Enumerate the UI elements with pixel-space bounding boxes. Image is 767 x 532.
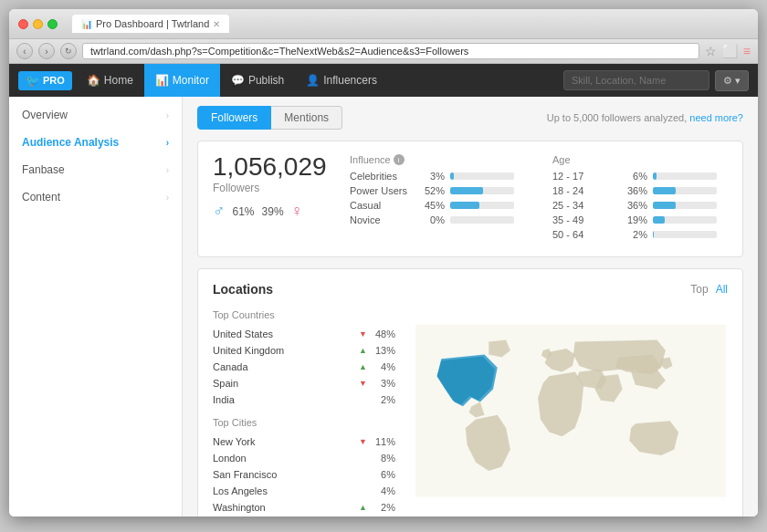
tab-title: Pro Dashboard | Twtrland: [96, 18, 209, 29]
age-col: Age 12 - 17 6% 18 - 24: [552, 154, 728, 244]
sidebar-item-fanbase[interactable]: Fanbase ›: [9, 156, 182, 183]
tab-mentions[interactable]: Mentions: [271, 106, 342, 130]
top-nav: 🐦 PRO 🏠 Home 📊 Monitor 💬 Publish 👤 Influ…: [9, 64, 758, 97]
follower-count-block: 1,056,029 Followers ♂ 61% 39% ♀: [213, 154, 331, 244]
locations-panel: Locations Top All Top Countries United S…: [197, 268, 743, 516]
content-area: Followers Mentions Up to 5,000 followers…: [183, 97, 758, 516]
tab-followers[interactable]: Followers: [197, 106, 271, 130]
browser-window: 📊 Pro Dashboard | Twtrland ✕ ‹ › ↻ twtrl…: [9, 9, 758, 516]
publish-icon: 💬: [231, 74, 245, 87]
screen-icon[interactable]: ⬜: [722, 44, 738, 58]
city-arrow-down-0: ▼: [359, 437, 367, 446]
city-row-2: San Francisco ▲ 6%: [213, 466, 395, 483]
bookmark-icon[interactable]: ☆: [705, 44, 717, 58]
sidebar-item-overview[interactable]: Overview ›: [9, 101, 182, 129]
age-row-2: 25 - 34 36%: [552, 200, 728, 211]
city-row-3: Los Angeles ▲ 4%: [213, 483, 395, 499]
influence-col: Influence i Celebrities 3%: [350, 154, 525, 244]
influence-bar-1: [450, 187, 514, 194]
age-row-0: 12 - 17 6%: [552, 171, 728, 182]
maximize-button[interactable]: [47, 19, 58, 29]
logo-badge: 🐦 PRO: [18, 71, 72, 90]
address-bar-row: ‹ › ↻ twtrland.com/dash.php?s=Competitio…: [9, 39, 758, 64]
all-btn[interactable]: All: [716, 283, 728, 296]
follower-count: 1,056,029: [213, 154, 331, 180]
close-button[interactable]: [18, 19, 28, 29]
stats-top: 1,056,029 Followers ♂ 61% 39% ♀: [213, 154, 728, 244]
city-no-arrow-3: ▲: [359, 486, 367, 495]
locations-content: Top Countries United States ▼ 48% United…: [213, 306, 728, 516]
age-bar-1: [653, 187, 717, 194]
age-bar-4: [653, 231, 717, 238]
nav-monitor[interactable]: 📊 Monitor: [144, 64, 220, 97]
arrow-down-icon-3: ▼: [359, 379, 367, 388]
traffic-lights: [18, 19, 58, 29]
locations-left: Top Countries United States ▼ 48% United…: [213, 306, 395, 516]
followers-note: Up to 5,000 followers analyzed, need mor…: [547, 112, 743, 123]
menu-icon[interactable]: ≡: [743, 44, 751, 58]
browser-titlebar: 📊 Pro Dashboard | Twtrland ✕: [9, 9, 758, 39]
country-row-2: Canada ▲ 4%: [213, 359, 395, 375]
top-btn[interactable]: Top: [690, 283, 708, 296]
countries-subtitle: Top Countries: [213, 309, 395, 320]
age-row-1: 18 - 24 36%: [552, 185, 728, 196]
influence-row-1: Power Users 52%: [350, 185, 525, 196]
map-container: [414, 306, 728, 516]
back-button[interactable]: ‹: [16, 43, 33, 59]
age-bar-2: [653, 202, 717, 209]
nav-home[interactable]: 🏠 Home: [76, 64, 144, 97]
metrics-columns: Influence i Celebrities 3%: [350, 154, 728, 244]
world-map: [415, 319, 726, 502]
settings-button[interactable]: ⚙ ▾: [715, 70, 749, 91]
browser-tab[interactable]: 📊 Pro Dashboard | Twtrland ✕: [72, 15, 229, 33]
influence-bar-0: [450, 172, 514, 180]
influence-row-2: Casual 45%: [350, 200, 525, 211]
tab-buttons: Followers Mentions: [197, 106, 342, 130]
city-no-arrow-2: ▲: [359, 470, 367, 479]
nav-publish[interactable]: 💬 Publish: [220, 64, 295, 97]
chevron-right-icon-fanbase: ›: [166, 165, 169, 175]
arrow-down-icon: ▼: [359, 329, 367, 339]
male-icon: ♂: [213, 202, 226, 221]
arrow-up-icon: ▲: [359, 346, 367, 355]
influence-title: Influence i: [350, 154, 525, 165]
influencers-icon: 👤: [306, 74, 320, 87]
info-icon: i: [394, 154, 405, 165]
top-all-buttons: Top All: [690, 283, 728, 296]
male-pct: 61%: [233, 205, 255, 218]
minimize-button[interactable]: [33, 19, 43, 29]
age-row-3: 35 - 49 19%: [552, 214, 728, 225]
influence-row-3: Novice 0%: [350, 214, 525, 225]
female-icon: ♀: [291, 202, 304, 221]
url-bar[interactable]: twtrland.com/dash.php?s=Competition&c=Th…: [82, 43, 699, 59]
city-no-arrow-1: ▲: [359, 454, 367, 463]
tab-close-icon[interactable]: ✕: [213, 19, 220, 29]
city-arrow-up-4: ▲: [359, 503, 367, 512]
female-pct: 39%: [262, 205, 284, 218]
age-row-4: 50 - 64 2%: [552, 229, 728, 240]
influence-row-0: Celebrities 3%: [350, 171, 525, 182]
followers-label: Followers: [213, 182, 331, 194]
home-icon: 🏠: [87, 74, 100, 87]
arrow-up-icon-2: ▲: [359, 362, 367, 371]
city-row-1: London ▲ 8%: [213, 450, 395, 466]
tabs-row: Followers Mentions Up to 5,000 followers…: [197, 106, 743, 130]
country-row-0: United States ▼ 48%: [213, 326, 395, 342]
nav-influencers[interactable]: 👤 Influencers: [295, 64, 388, 97]
search-input[interactable]: [563, 70, 709, 90]
city-row-4: Washington ▲ 2%: [213, 499, 395, 516]
chevron-right-icon-content: ›: [166, 193, 169, 203]
locations-title: Locations: [213, 282, 273, 297]
main-layout: Overview › Audience Analysis › Fanbase ›…: [9, 97, 758, 516]
sidebar-item-content[interactable]: Content ›: [9, 183, 182, 211]
refresh-button[interactable]: ↻: [60, 43, 77, 59]
sidebar: Overview › Audience Analysis › Fanbase ›…: [9, 97, 183, 516]
forward-button[interactable]: ›: [38, 43, 55, 59]
country-row-4: India ▲ 2%: [213, 391, 395, 408]
no-arrow-icon: ▲: [359, 395, 367, 404]
sidebar-item-audience[interactable]: Audience Analysis ›: [9, 129, 182, 156]
locations-header: Locations Top All: [213, 282, 728, 297]
need-more-link[interactable]: need more?: [689, 112, 743, 123]
influence-bar-2: [450, 202, 514, 209]
country-row-3: Spain ▼ 3%: [213, 375, 395, 391]
